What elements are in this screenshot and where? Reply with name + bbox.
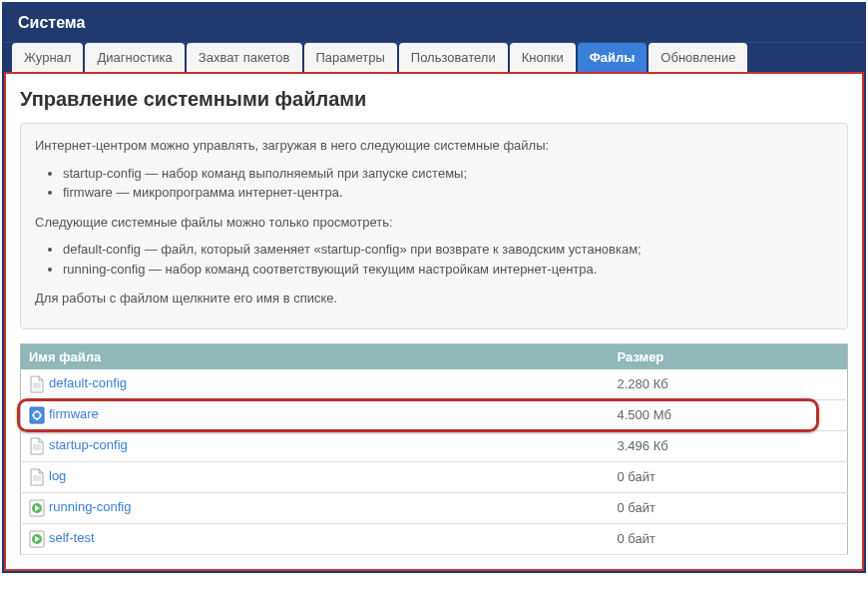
file-name-cell: firmware	[21, 399, 610, 430]
file-name-cell: self-test	[21, 523, 610, 554]
file-name-cell: running-config	[21, 492, 610, 523]
file-size-cell: 0 байт	[610, 461, 848, 492]
run-icon	[29, 530, 45, 548]
col-header-name: Имя файла	[21, 343, 610, 369]
file-name-cell: startup-config	[21, 430, 610, 461]
file-name-cell: log	[21, 461, 610, 492]
app-window: Система ЖурналДиагностикаЗахват пакетовП…	[2, 2, 866, 573]
info-box: Интернет-центром можно управлять, загруж…	[20, 123, 848, 329]
tab-параметры[interactable]: Параметры	[304, 43, 397, 72]
gear-icon	[29, 406, 45, 424]
tab-захват пакетов[interactable]: Захват пакетов	[187, 43, 302, 72]
run-icon	[29, 499, 45, 517]
tab-bar: ЖурналДиагностикаЗахват пакетовПараметры…	[4, 42, 864, 72]
content-panel: Управление системными файлами Интернет-ц…	[4, 72, 864, 571]
file-table: Имя файла Размер default-config2.280 Кбf…	[20, 343, 848, 555]
file-name-cell: default-config	[21, 369, 610, 400]
file-link[interactable]: running-config	[49, 499, 131, 514]
info-intro-3: Для работы с файлом щелкните его имя в с…	[35, 289, 833, 308]
file-size-cell: 3.496 Кб	[610, 430, 848, 461]
table-row: default-config2.280 Кб	[21, 369, 848, 400]
file-size-cell: 0 байт	[610, 523, 848, 554]
table-row: self-test0 байт	[21, 523, 848, 554]
info-list-2: default-config — файл, который заменяет …	[63, 240, 833, 279]
file-icon	[29, 437, 45, 455]
info-intro-1: Интернет-центром можно управлять, загруж…	[35, 136, 833, 156]
table-row: running-config0 байт	[21, 492, 848, 523]
file-link[interactable]: log	[49, 468, 66, 483]
info-list-2-item: running-config — набор команд соответств…	[63, 260, 833, 280]
tab-файлы[interactable]: Файлы	[578, 43, 648, 72]
file-table-wrap: Имя файла Размер default-config2.280 Кбf…	[20, 343, 848, 555]
file-size-cell: 4.500 Мб	[610, 399, 848, 430]
tab-пользователи[interactable]: Пользователи	[399, 43, 508, 72]
tab-обновление[interactable]: Обновление	[649, 43, 747, 72]
file-size-cell: 2.280 Кб	[610, 369, 848, 400]
file-icon	[29, 375, 45, 393]
info-list-2-item: default-config — файл, который заменяет …	[63, 240, 833, 260]
file-link[interactable]: self-test	[49, 530, 95, 545]
file-link[interactable]: startup-config	[49, 437, 128, 452]
file-icon	[29, 468, 45, 486]
tab-диагностика[interactable]: Диагностика	[85, 43, 184, 72]
table-row: firmware4.500 Мб	[21, 399, 848, 430]
col-header-size: Размер	[610, 343, 848, 369]
tab-кнопки[interactable]: Кнопки	[510, 43, 576, 72]
table-row: log0 байт	[21, 461, 848, 492]
file-link[interactable]: default-config	[49, 375, 127, 390]
file-size-cell: 0 байт	[610, 492, 848, 523]
file-link[interactable]: firmware	[49, 406, 99, 421]
info-list-1-item: startup-config — набор команд выполняемы…	[63, 164, 833, 184]
info-intro-2: Следующие системные файлы можно только п…	[35, 213, 833, 233]
tab-журнал[interactable]: Журнал	[12, 43, 83, 72]
info-list-1: startup-config — набор команд выполняемы…	[63, 164, 833, 203]
header-bar: Система	[4, 4, 864, 42]
page-title: Управление системными файлами	[20, 88, 848, 111]
info-list-1-item: firmware — микропрограмма интернет-центр…	[63, 183, 833, 203]
table-row: startup-config3.496 Кб	[21, 430, 848, 461]
header-title: Система	[18, 14, 85, 31]
